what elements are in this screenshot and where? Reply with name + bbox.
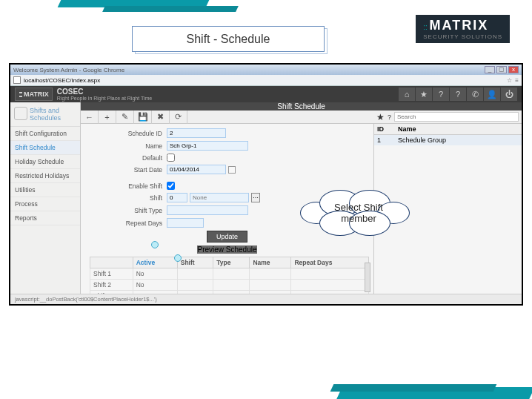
sidebar-module: Shifts and Schedules bbox=[10, 102, 80, 127]
address-bar: ☆ ≡ bbox=[10, 75, 522, 86]
shift-type-label: Shift Type bbox=[85, 207, 167, 214]
power-icon[interactable]: ⏻ bbox=[501, 88, 517, 101]
help-icon[interactable]: ? bbox=[433, 88, 449, 101]
product-tagline: Right People in Right Place at Right Tim… bbox=[57, 96, 152, 101]
highlight-dot-2 bbox=[174, 254, 182, 262]
name-label: Name bbox=[85, 142, 167, 150]
menu-icon[interactable]: ≡ bbox=[515, 77, 519, 84]
back-icon[interactable]: ← bbox=[81, 111, 99, 124]
shift-label: Shift bbox=[85, 194, 167, 202]
name-input[interactable] bbox=[167, 141, 248, 151]
list-header-name: Name bbox=[395, 124, 522, 135]
callout-cloud: Select Shift member bbox=[300, 185, 411, 239]
panel-title: Shift Schedule bbox=[277, 102, 325, 111]
brand-tagline: SECURITY SOLUTIONS bbox=[423, 33, 502, 40]
app-window: Welcome System Admin - Google Chrome _ ▢… bbox=[9, 63, 523, 306]
update-button[interactable]: Update bbox=[207, 231, 247, 243]
url-input[interactable] bbox=[24, 76, 504, 85]
slide-title: Shift - Schedule bbox=[132, 26, 325, 52]
slide-bottom-stripe bbox=[310, 380, 532, 399]
slide-top-stripe bbox=[59, 0, 282, 15]
matrix-logo: :: MATRIX SECURITY SOLUTIONS bbox=[416, 15, 510, 43]
shift-type-input[interactable] bbox=[167, 205, 248, 215]
sidebar-item-holiday-schedule[interactable]: Holiday Schedule bbox=[10, 155, 80, 169]
close-button[interactable]: x bbox=[508, 66, 519, 73]
favorite-icon[interactable]: ★ bbox=[376, 112, 385, 122]
module-title: Shifts and Schedules bbox=[30, 107, 76, 122]
edit-icon[interactable]: ✎ bbox=[116, 111, 134, 124]
delete-icon[interactable]: ✖ bbox=[152, 111, 170, 124]
refresh-icon[interactable]: ⟳ bbox=[170, 111, 187, 124]
callout-text: Select Shift member bbox=[325, 202, 392, 224]
star-icon[interactable]: ★ bbox=[416, 88, 432, 101]
sidebar-item-shift-configuration[interactable]: Shift Configuration bbox=[10, 127, 80, 141]
sidebar-item-process[interactable]: Process bbox=[10, 197, 80, 211]
shift-picker-button[interactable]: ⋯ bbox=[251, 193, 260, 202]
window-title: Welcome System Admin - Google Chrome bbox=[13, 67, 124, 73]
sidebar-item-shift-schedule[interactable]: Shift Schedule bbox=[10, 141, 80, 155]
schedule-id-label: Schedule ID bbox=[85, 130, 167, 137]
repeat-days-input[interactable] bbox=[167, 218, 204, 228]
clipboard-icon bbox=[14, 107, 27, 120]
shift-name-input[interactable] bbox=[190, 193, 249, 202]
help-panel-icon[interactable]: ? bbox=[388, 113, 391, 121]
highlight-dot-1 bbox=[151, 241, 159, 248]
grid-header-repeat: Repeat Days bbox=[291, 257, 369, 268]
home-icon[interactable]: ⌂ bbox=[399, 88, 415, 101]
enable-shift-label: Enable Shift bbox=[85, 182, 167, 190]
scrollbar[interactable] bbox=[365, 263, 370, 292]
phone-icon[interactable]: ✆ bbox=[467, 88, 483, 101]
grid-header-active[interactable]: Active bbox=[133, 257, 177, 268]
list-header-id: ID bbox=[374, 124, 395, 135]
grid-header-row bbox=[90, 257, 133, 268]
sidebar-item-reports[interactable]: Reports bbox=[10, 211, 80, 225]
start-date-label: Start Date bbox=[85, 166, 167, 174]
default-checkbox[interactable] bbox=[167, 154, 175, 162]
add-icon[interactable]: + bbox=[99, 111, 116, 124]
bookmark-icon[interactable]: ☆ bbox=[507, 77, 512, 84]
table-row[interactable]: Shift 2No bbox=[90, 280, 369, 291]
users-icon[interactable]: 👤 bbox=[484, 88, 500, 101]
panel-header: Shift Schedule bbox=[81, 102, 522, 111]
sidebar-item-utilities[interactable]: Utilities bbox=[10, 183, 80, 197]
sidebar: Shifts and Schedules Shift Configuration… bbox=[10, 102, 81, 304]
brand-name: MATRIX bbox=[430, 18, 489, 33]
product-name: COSEC bbox=[57, 88, 152, 96]
sidebar-item-restricted-holidays[interactable]: Restricted Holidays bbox=[10, 169, 80, 183]
status-bar: javascript:__doPostBack('ctl00$ContentPl… bbox=[10, 294, 522, 304]
preview-schedule-button[interactable]: Preview Schedule bbox=[197, 245, 256, 254]
maximize-button[interactable]: ▢ bbox=[496, 66, 507, 73]
calendar-icon[interactable] bbox=[228, 166, 236, 174]
repeat-days-label: Repeat Days bbox=[85, 220, 167, 227]
default-label: Default bbox=[85, 154, 167, 162]
shift-id-input[interactable] bbox=[167, 193, 187, 202]
list-row[interactable]: 1 Schedule Group bbox=[374, 135, 522, 146]
table-row[interactable]: Shift 1No bbox=[90, 268, 369, 280]
start-date-input[interactable] bbox=[167, 165, 226, 174]
grid-header-name: Name bbox=[250, 257, 291, 268]
search-input[interactable] bbox=[394, 112, 519, 122]
header-nav-icons: ⌂ ★ ? ? ✆ 👤 ⏻ bbox=[399, 88, 517, 101]
chrome-titlebar: Welcome System Admin - Google Chrome _ ▢… bbox=[10, 65, 522, 75]
toolbar: ← + ✎ 💾 ✖ ⟳ ★ ? bbox=[81, 111, 522, 124]
grid-header-type: Type bbox=[213, 257, 250, 268]
help2-icon[interactable]: ? bbox=[450, 88, 466, 101]
save-icon[interactable]: 💾 bbox=[134, 111, 152, 124]
product-header: ::MATRIX COSEC Right People in Right Pla… bbox=[10, 86, 522, 102]
enable-shift-checkbox[interactable] bbox=[167, 182, 175, 190]
minimize-button[interactable]: _ bbox=[485, 66, 495, 73]
matrix-header-logo: ::MATRIX bbox=[15, 88, 53, 101]
page-icon bbox=[13, 76, 21, 84]
schedule-id-input[interactable] bbox=[167, 128, 226, 138]
grid-header-shift: Shift bbox=[177, 257, 213, 268]
